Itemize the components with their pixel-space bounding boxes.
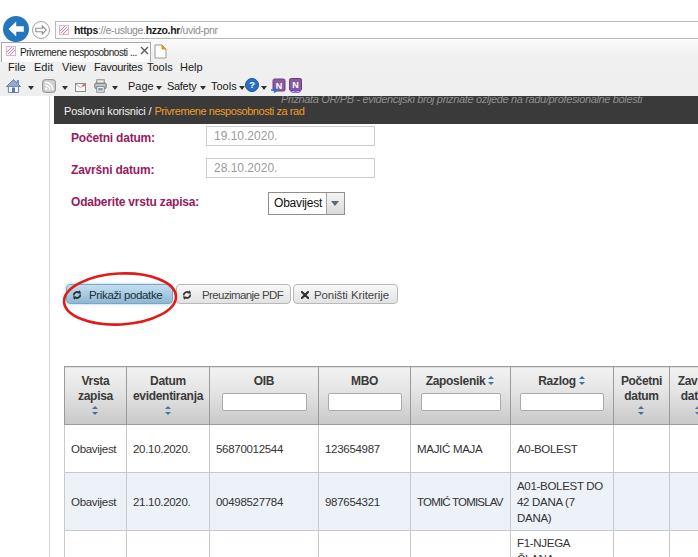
svg-text:N: N xyxy=(292,80,299,90)
svg-text:?: ? xyxy=(249,80,255,90)
